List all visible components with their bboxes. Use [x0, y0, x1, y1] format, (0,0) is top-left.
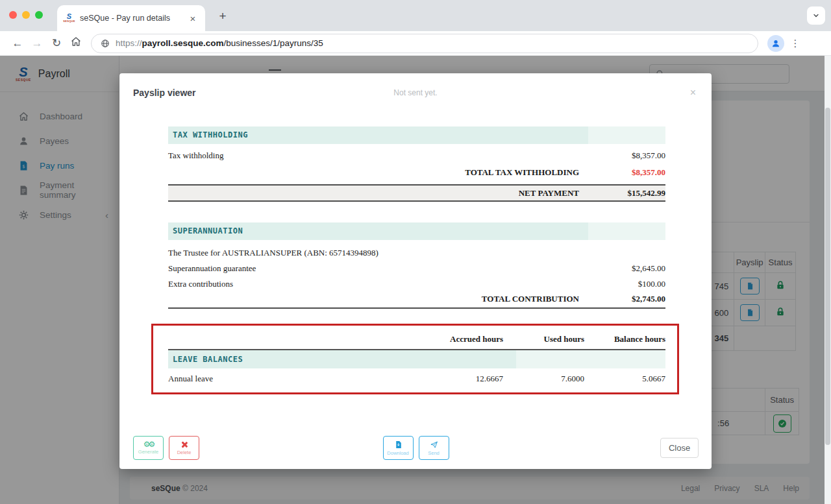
page-scrollbar[interactable]	[825, 56, 831, 504]
super-total-row: TOTAL CONTRIBUTION $2,745.00	[168, 292, 665, 309]
reload-icon[interactable]: ↻	[47, 36, 66, 50]
modal-close-icon[interactable]: ×	[690, 88, 696, 98]
generate-button[interactable]: ⚙⚙ Generate	[133, 436, 164, 460]
browser-menu-icon[interactable]: ⋮	[784, 38, 806, 49]
leave-row: Annual leave 12.6667 7.6000 5.0667	[168, 368, 665, 389]
forward-icon[interactable]: →	[27, 37, 47, 50]
browser-toolbar: ← → ↻ https://payroll.sesque.com/busines…	[0, 31, 831, 56]
new-tab-button[interactable]: +	[216, 9, 230, 23]
modal-footer: ⚙⚙ Generate Delete Download S	[133, 436, 699, 460]
tab-search-chevron-icon[interactable]	[807, 6, 825, 25]
delete-x-icon	[180, 441, 188, 448]
download-file-icon	[394, 440, 403, 449]
column-accrued-hours: Accrued hours	[422, 334, 503, 344]
tab-close-icon[interactable]: ×	[187, 13, 199, 24]
super-section-header: SUPERANNUATION	[168, 222, 665, 240]
payslip-document: TAX WITHHOLDING Tax withholding $8,357.0…	[119, 112, 712, 394]
maximize-window-button[interactable]	[35, 11, 43, 19]
leave-columns-header: Accrued hours Used hours Balance hours	[168, 332, 665, 346]
url-text: https://payroll.sesque.com/businesses/1/…	[116, 38, 323, 48]
net-payment-row: NET PAYMENT $15,542.99	[168, 184, 665, 202]
download-button[interactable]: Download	[383, 436, 414, 460]
super-row: Superannuation guarantee $2,645.00	[168, 261, 665, 276]
column-used-hours: Used hours	[503, 334, 584, 344]
payslip-viewer-modal: Payslip viewer Not sent yet. × TAX WITHH…	[119, 73, 712, 469]
site-globe-icon	[101, 39, 110, 48]
gears-icon: ⚙⚙	[143, 441, 154, 448]
browser-window: S SESQUE seSQue - Pay run details × + ← …	[0, 0, 831, 504]
minimize-window-button[interactable]	[22, 11, 30, 19]
tab-title: seSQue - Pay run details	[80, 14, 182, 23]
sent-status-text: Not sent yet.	[119, 88, 712, 97]
tab-strip: S SESQUE seSQue - Pay run details × +	[0, 0, 831, 31]
delete-button[interactable]: Delete	[169, 436, 199, 460]
back-icon[interactable]: ←	[8, 37, 27, 50]
tax-total-row: TOTAL TAX WITHHOLDING $8,357.00	[168, 165, 665, 180]
window-controls	[9, 11, 43, 19]
leave-balances-highlight-box: Accrued hours Used hours Balance hours L…	[151, 324, 679, 394]
page-content: S SESQUE Payroll Dashboard Payees $ Pay …	[0, 56, 831, 504]
scrollbar-thumb[interactable]	[825, 108, 830, 445]
column-balance-hours: Balance hours	[584, 334, 665, 344]
super-fund-row: The Trustee for AUSTRALIANSUPER (ABN: 65…	[168, 245, 665, 261]
leave-section-header: LEAVE BALANCES	[168, 350, 665, 368]
tax-section-header: TAX WITHHOLDING	[168, 126, 665, 144]
send-plane-icon	[430, 440, 438, 449]
modal-header: Payslip viewer Not sent yet. ×	[119, 73, 712, 112]
browser-profile-avatar[interactable]	[767, 35, 784, 52]
url-bar[interactable]: https://payroll.sesque.com/businesses/1/…	[91, 34, 758, 53]
browser-tab[interactable]: S SESQUE seSQue - Pay run details ×	[57, 5, 205, 31]
tax-row: Tax withholding $8,357.00	[168, 148, 665, 163]
send-button[interactable]: Send	[419, 436, 449, 460]
super-row: Extra contributions $100.00	[168, 276, 665, 292]
close-button[interactable]: Close	[660, 438, 699, 458]
close-window-button[interactable]	[9, 11, 17, 19]
home-icon[interactable]	[66, 36, 86, 51]
sesque-favicon: S SESQUE	[64, 13, 75, 24]
